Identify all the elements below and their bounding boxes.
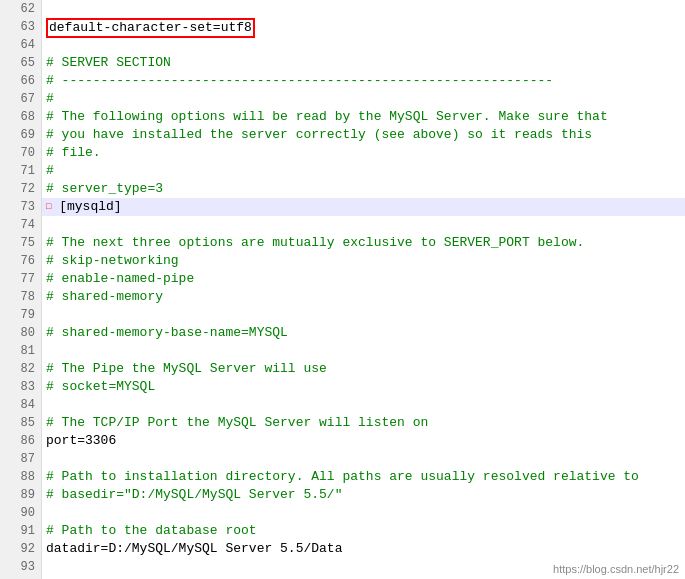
section-label: [mysqld] <box>59 199 121 214</box>
line-number: 86 <box>0 432 41 450</box>
line-number: 79 <box>0 306 41 324</box>
line-number: 68 <box>0 108 41 126</box>
line-number: 93 <box>0 558 41 576</box>
code-line: datadir=D:/MySQL/MySQL Server 5.5/Data <box>42 540 685 558</box>
code-line: default-character-set=utf8 <box>42 18 685 36</box>
code-line: port=3306 <box>42 432 685 450</box>
line-number: 85 <box>0 414 41 432</box>
line-number: 84 <box>0 396 41 414</box>
code-line <box>42 36 685 54</box>
line-number: 72 <box>0 180 41 198</box>
line-number: 69 <box>0 126 41 144</box>
line-number: 73 <box>0 198 41 216</box>
code-line: # basedir="D:/MySQL/MySQL Server 5.5/" <box>42 486 685 504</box>
line-number: 82 <box>0 360 41 378</box>
line-number: 91 <box>0 522 41 540</box>
line-number: 83 <box>0 378 41 396</box>
code-editor: 6263646566676869707172737475767778798081… <box>0 0 685 579</box>
line-number: 81 <box>0 342 41 360</box>
code-line: # shared-memory <box>42 288 685 306</box>
code-line <box>42 342 685 360</box>
code-line: # you have installed the server correctl… <box>42 126 685 144</box>
line-number: 92 <box>0 540 41 558</box>
code-line: # server_type=3 <box>42 180 685 198</box>
line-number: 88 <box>0 468 41 486</box>
code-line: # <box>42 90 685 108</box>
code-line: # The Pipe the MySQL Server will use <box>42 360 685 378</box>
code-line: # socket=MYSQL <box>42 378 685 396</box>
code-line: # Path to the database root <box>42 522 685 540</box>
code-line: # The TCP/IP Port the MySQL Server will … <box>42 414 685 432</box>
line-number: 80 <box>0 324 41 342</box>
code-line <box>42 396 685 414</box>
code-line <box>42 0 685 18</box>
line-number: 71 <box>0 162 41 180</box>
code-line: # skip-networking <box>42 252 685 270</box>
line-number: 74 <box>0 216 41 234</box>
line-number: 89 <box>0 486 41 504</box>
code-content-area: default-character-set=utf8# SERVER SECTI… <box>42 0 685 579</box>
code-line: # <box>42 162 685 180</box>
line-number-gutter: 6263646566676869707172737475767778798081… <box>0 0 42 579</box>
line-number: 76 <box>0 252 41 270</box>
line-number: 62 <box>0 0 41 18</box>
line-number: 63 <box>0 18 41 36</box>
code-line: # The following options will be read by … <box>42 108 685 126</box>
code-line: # enable-named-pipe <box>42 270 685 288</box>
line-number: 64 <box>0 36 41 54</box>
line-number: 77 <box>0 270 41 288</box>
line-number: 67 <box>0 90 41 108</box>
line-number: 70 <box>0 144 41 162</box>
code-line: # SERVER SECTION <box>42 54 685 72</box>
code-line: # --------------------------------------… <box>42 72 685 90</box>
code-line <box>42 504 685 522</box>
line-number: 66 <box>0 72 41 90</box>
code-line: # shared-memory-base-name=MYSQL <box>42 324 685 342</box>
watermark-label: https://blog.csdn.net/hjr22 <box>553 563 679 575</box>
line-number: 78 <box>0 288 41 306</box>
highlighted-code-default-charset: default-character-set=utf8 <box>46 18 255 38</box>
code-line <box>42 450 685 468</box>
code-line: # file. <box>42 144 685 162</box>
line-number: 90 <box>0 504 41 522</box>
code-line: # Path to installation directory. All pa… <box>42 468 685 486</box>
code-line <box>42 306 685 324</box>
line-number: 75 <box>0 234 41 252</box>
code-line: # The next three options are mutually ex… <box>42 234 685 252</box>
line-number: 65 <box>0 54 41 72</box>
code-line <box>42 216 685 234</box>
line-number: 87 <box>0 450 41 468</box>
expand-icon[interactable]: □ <box>46 202 51 212</box>
code-line: □ [mysqld] <box>42 198 685 216</box>
